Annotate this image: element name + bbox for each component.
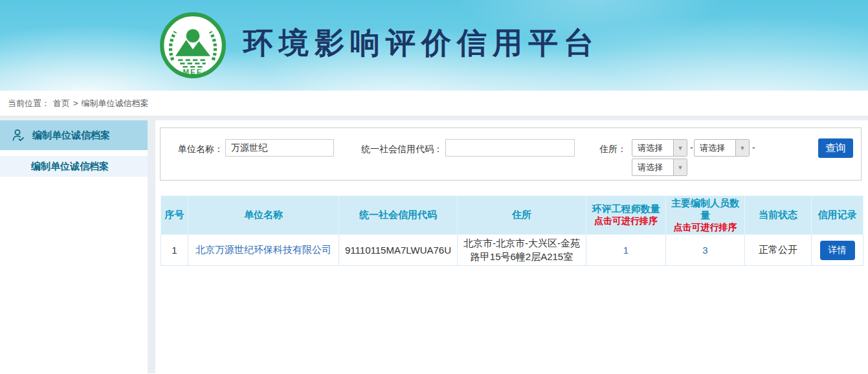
col-header-engineer-count-sort[interactable]: 环评工程师数量 点击可进行排序 (586, 196, 666, 235)
sidebar: 编制单位诚信档案 编制单位诚信档案 (0, 120, 148, 373)
dropdown-arrow-icon: ▼ (735, 140, 749, 156)
credit-code-input[interactable] (445, 139, 575, 157)
city-select-value: 请选择 (695, 140, 735, 156)
cell-index: 1 (161, 235, 188, 266)
query-button[interactable]: 查询 (818, 138, 853, 158)
sort-hint: 点击可进行排序 (667, 222, 743, 234)
col-header-engineer-count: 环评工程师数量 (588, 203, 664, 215)
col-header-credit-record: 信用记录 (812, 196, 863, 235)
sidebar-item-label: 编制单位诚信档案 (32, 129, 110, 142)
city-select[interactable]: 请选择 ▼ (694, 139, 750, 157)
breadcrumb-prefix: 当前位置： (8, 98, 50, 109)
address-label: 住所： (595, 144, 627, 155)
sidebar-item-credit-archive[interactable]: 编制单位诚信档案 (0, 156, 148, 177)
district-select[interactable]: 请选择 ▼ (632, 159, 687, 176)
credit-code-label: 统一社会信用代码： (355, 144, 443, 155)
results-table: 序号 单位名称 统一社会信用代码 住所 环评工程师数量 点击可进行排序 主要编制… (161, 195, 863, 266)
table-header-row: 序号 单位名称 统一社会信用代码 住所 环评工程师数量 点击可进行排序 主要编制… (161, 196, 863, 235)
breadcrumb: 当前位置： 首页 > 编制单位诚信档案 (0, 91, 868, 116)
col-header-code: 统一社会信用代码 (339, 196, 458, 235)
user-check-icon (10, 127, 26, 143)
district-select-value: 请选择 (632, 159, 673, 175)
breadcrumb-separator: > (73, 98, 78, 108)
col-header-address: 住所 (458, 196, 586, 235)
mee-logo-icon: MEE (159, 12, 227, 79)
table-row: 1 北京万源世纪环保科技有限公司 91110115MA7LWUA76U 北京市-… (161, 235, 863, 266)
engineer-count-link[interactable]: 1 (623, 245, 629, 256)
staff-count-link[interactable]: 3 (702, 245, 707, 256)
col-header-index: 序号 (161, 196, 188, 235)
breadcrumb-home-link[interactable]: 首页 (53, 98, 70, 109)
sidebar-subitem-label: 编制单位诚信档案 (31, 160, 109, 173)
col-header-staff-count: 主要编制人员数量 (667, 197, 743, 222)
sort-hint: 点击可进行排序 (588, 215, 664, 227)
breadcrumb-current: 编制单位诚信档案 (82, 98, 149, 109)
col-header-company: 单位名称 (188, 196, 339, 235)
company-name-label: 单位名称： (174, 144, 223, 155)
company-name-input[interactable] (225, 139, 334, 157)
col-header-status: 当前状态 (745, 196, 812, 235)
dropdown-arrow-icon: ▼ (673, 140, 687, 156)
address-dash: - (752, 142, 755, 153)
main-panel: 单位名称： 统一社会信用代码： 住所： 请选择 ▼ - 请选择 ▼ - 请选择 … (155, 120, 868, 373)
cell-address: 北京市-北京市-大兴区-金苑路甲15号6幢2层A215室 (458, 235, 586, 266)
site-banner: MEE 环境影响评价信用平台 (0, 0, 868, 91)
search-form: 单位名称： 统一社会信用代码： 住所： 请选择 ▼ - 请选择 ▼ - 请选择 … (160, 127, 862, 181)
sidebar-item-credit-archive-parent[interactable]: 编制单位诚信档案 (0, 120, 148, 150)
province-select[interactable]: 请选择 ▼ (632, 139, 687, 157)
province-select-value: 请选择 (632, 140, 673, 156)
logo-text: MEE (183, 68, 203, 76)
page-title: 环境影响评价信用平台 (243, 23, 599, 63)
cell-status: 正常公开 (745, 235, 812, 266)
content-area: 编制单位诚信档案 编制单位诚信档案 单位名称： 统一社会信用代码： 住所： 请选… (0, 116, 868, 373)
dropdown-arrow-icon: ▼ (673, 159, 687, 175)
address-dash: - (690, 142, 693, 153)
cell-credit-code: 91110115MA7LWUA76U (339, 235, 458, 266)
col-header-staff-count-sort[interactable]: 主要编制人员数量 点击可进行排序 (666, 196, 745, 235)
company-name-link[interactable]: 北京万源世纪环保科技有限公司 (195, 244, 331, 255)
detail-button[interactable]: 详情 (820, 241, 855, 260)
